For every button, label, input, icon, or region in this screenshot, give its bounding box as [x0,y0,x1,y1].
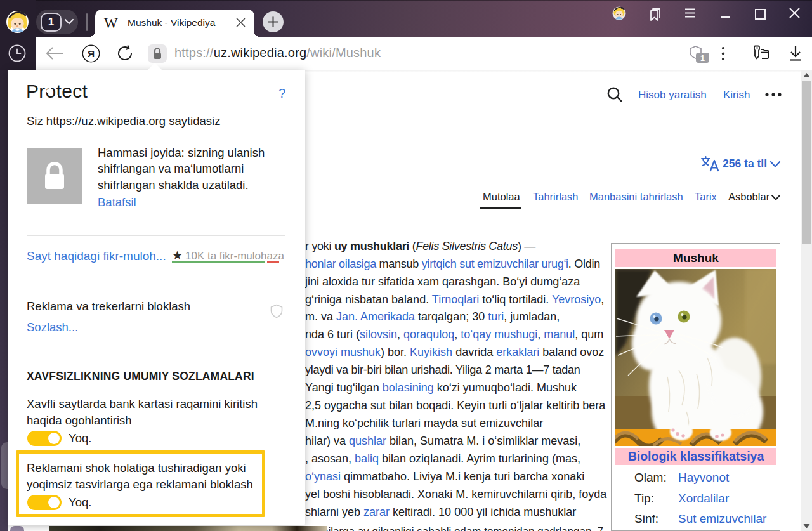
svg-text:1: 1 [700,54,705,63]
svg-text:Я: Я [88,48,95,59]
